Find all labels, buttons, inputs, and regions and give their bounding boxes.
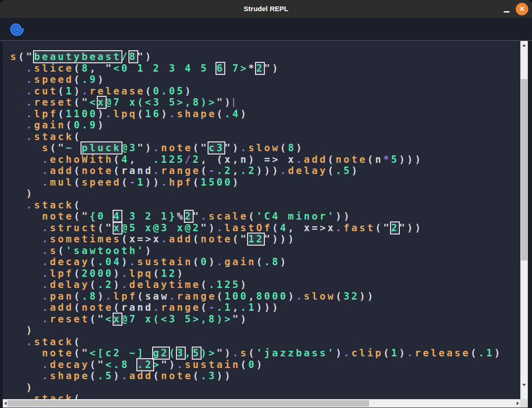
code-token: * [383,154,391,165]
code-token: ) [145,142,153,154]
code-token: . [42,154,50,165]
code-token: ))) [256,302,280,313]
code-token: ( [137,108,145,120]
code-token: ( [153,370,161,381]
code-line: .gain(0.9) [10,120,520,131]
code-token: , x=>x [288,222,336,234]
code-token: . [26,131,34,142]
code-token: slice [34,63,74,74]
code-token: ) [74,86,81,97]
code-token: / [185,154,193,165]
code-token: " [224,142,232,154]
vertical-scrollbar[interactable] [520,41,528,399]
vertical-scroll-thumb[interactable] [521,79,527,261]
code-token: delaytime [129,279,201,290]
code-token: ) [232,142,240,154]
code-token: . [232,348,240,359]
code-token: @7 x(<3 5>,8)> [121,314,233,325]
code-token: 0.05 [153,86,185,97]
code-token: . [42,256,50,268]
code-token: .2 [240,165,256,176]
code-token: 4 [280,222,288,234]
code-token: ( [137,291,145,302]
code-token: - [209,302,216,313]
horizontal-scrollbar[interactable] [3,399,520,408]
close-button[interactable]: ✕ [516,3,528,15]
window-titlebar[interactable]: Strudel REPL ✕ [0,0,532,18]
code-token: ) [26,188,34,199]
code-token: ) [26,382,34,393]
scroll-left-arrow-icon[interactable] [4,401,7,405]
code-token: . [42,359,50,370]
code-token: . [296,291,304,302]
code-line: .lpf(2000).lpq(12) [10,268,520,280]
code-token: . [42,279,50,290]
code-token: reset [34,97,74,108]
scroll-down-arrow-icon[interactable] [522,384,526,386]
code-token: )) [145,177,161,188]
code-token: <.8 [106,359,137,370]
code-token: - [209,165,216,176]
code-token: release [415,348,470,359]
code-token: @5 x@3 x@2 [121,222,201,234]
code-token: ) [121,256,129,268]
code-token: . [42,370,50,381]
code-token: pan [50,291,74,302]
code-token: ) [185,86,193,97]
code-token: . [121,370,129,381]
code-token: ( [74,74,81,85]
code-token: . [201,211,209,222]
app-header [0,18,532,41]
scroll-right-arrow-icon[interactable] [517,401,519,405]
scroll-up-arrow-icon[interactable] [522,44,526,47]
code-token: . [106,108,114,120]
code-token: sustain [185,359,240,370]
code-token: 1100 [66,108,97,120]
code-editor[interactable]: s("beautybeast/8") .slice(8, "<0 1 2 3 4… [3,41,520,399]
code-token: ) [399,348,407,359]
code-token: . [121,268,129,279]
code-token: note [42,348,74,359]
window-title: Strudel REPL [0,0,532,18]
code-token: . [81,86,89,97]
code-line: .decay("<.8 .2>").sustain(0) [10,359,520,371]
code-line: .add(note(rand.range(-.2,.2))).delay(.5) [10,165,520,177]
code-token: ))) [256,165,280,176]
code-token: mul [50,177,74,188]
code-token: . [42,234,50,245]
code-token: ( [272,222,280,234]
code-token: 1500 [201,177,232,188]
code-token: ( [336,291,343,302]
horizontal-scroll-thumb[interactable] [7,400,369,407]
code-token: 0 [248,359,256,370]
code-token: ( [145,86,153,97]
code-token: decay [50,256,89,268]
code-line: ) [10,188,520,200]
active-token-highlight: pluck [81,142,121,154]
code-token: .2 [98,279,114,290]
code-token: ( [193,256,201,268]
code-token: 1 [137,177,145,188]
code-token: , (x,n) => x [201,154,296,165]
code-token: ) [272,63,280,74]
code-token: .8 [81,291,97,302]
code-token: . [26,86,34,97]
code-token: . [26,97,34,108]
code-token: - [129,177,137,188]
code-token: ( [114,302,121,313]
code-token: ( [74,336,81,348]
code-line: .reset("<x@7 x(<3 5>,8)>") [10,314,520,325]
code-token: s [42,142,50,154]
minimize-button[interactable] [500,0,513,18]
code-line: .stack( [10,200,520,211]
code-line: ) [10,382,520,394]
code-token: @3 [121,142,137,154]
code-token: , [185,348,193,359]
code-token: " [216,348,224,359]
code-token: ( [74,200,81,211]
code-token: ( [74,393,81,399]
code-token: ( [280,142,288,154]
code-token: ( [74,165,81,176]
code-token: ( [256,256,264,268]
strudel-spiral-logo-icon[interactable] [10,22,24,36]
